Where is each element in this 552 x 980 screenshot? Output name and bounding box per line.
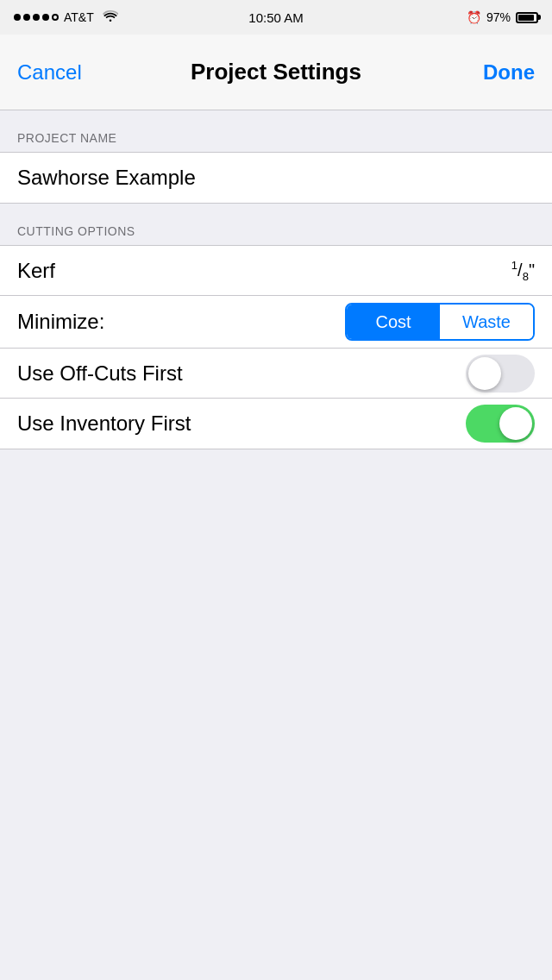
minimize-label: Minimize: xyxy=(17,310,104,334)
status-right: ⏰ 97% xyxy=(467,10,538,24)
inventory-toggle[interactable] xyxy=(466,405,535,443)
status-time: 10:50 AM xyxy=(248,10,303,25)
minimize-segmented-control: Cost Waste xyxy=(345,303,535,341)
inventory-toggle-knob xyxy=(499,407,532,440)
signal-dot-3 xyxy=(33,14,40,21)
battery-fill xyxy=(518,15,534,21)
bottom-area xyxy=(0,449,552,708)
inventory-row: Use Inventory First xyxy=(0,399,552,449)
signal-dot-5 xyxy=(52,14,59,21)
battery-icon xyxy=(516,12,538,23)
battery-percent: 97% xyxy=(486,10,511,24)
minimize-waste-option[interactable]: Waste xyxy=(440,305,533,339)
kerf-row: Kerf 1/8" xyxy=(0,246,552,296)
wifi-icon xyxy=(103,9,118,25)
nav-bar: Cancel Project Settings Done xyxy=(0,35,552,110)
page-title: Project Settings xyxy=(191,59,361,85)
off-cuts-toggle-knob xyxy=(468,357,501,390)
kerf-denominator: 8 xyxy=(523,269,529,282)
project-name-input[interactable] xyxy=(17,166,535,190)
alarm-icon: ⏰ xyxy=(467,10,481,24)
off-cuts-label: Use Off-Cuts First xyxy=(17,361,183,386)
minimize-cost-option[interactable]: Cost xyxy=(347,305,440,339)
spacer-middle xyxy=(0,204,552,212)
kerf-unit: " xyxy=(529,260,535,279)
status-left: AT&T xyxy=(14,9,118,25)
carrier-label: AT&T xyxy=(64,10,94,24)
signal-dot-2 xyxy=(23,14,30,21)
signal-dot-4 xyxy=(42,14,49,21)
cutting-options-header: CUTTING OPTIONS xyxy=(0,212,552,245)
project-name-row xyxy=(0,153,552,203)
kerf-label: Kerf xyxy=(17,259,55,283)
cutting-options-group: Kerf 1/8" Minimize: Cost Waste Use Off-C… xyxy=(0,245,552,449)
off-cuts-toggle[interactable] xyxy=(466,355,535,393)
minimize-row: Minimize: Cost Waste xyxy=(0,296,552,349)
kerf-numerator: 1 xyxy=(511,259,518,272)
project-name-header: PROJECT NAME xyxy=(0,119,552,152)
spacer-top xyxy=(0,110,552,119)
done-button[interactable]: Done xyxy=(483,60,535,85)
inventory-label: Use Inventory First xyxy=(17,411,191,436)
cancel-button[interactable]: Cancel xyxy=(17,60,82,85)
signal-dot-1 xyxy=(14,14,21,21)
battery-container xyxy=(516,12,538,23)
project-name-group xyxy=(0,152,552,204)
signal-dots xyxy=(14,14,59,21)
kerf-value: 1/8" xyxy=(511,259,535,283)
off-cuts-row: Use Off-Cuts First xyxy=(0,349,552,399)
status-bar: AT&T 10:50 AM ⏰ 97% xyxy=(0,0,552,35)
